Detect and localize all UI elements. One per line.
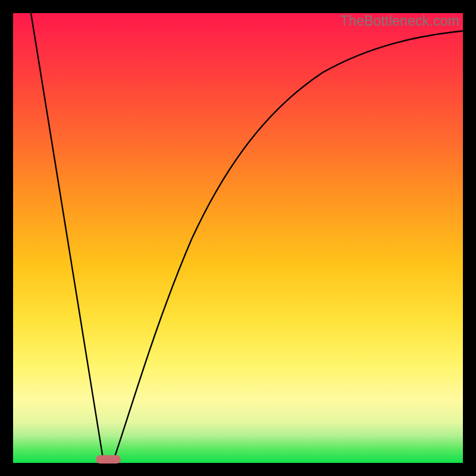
optimal-marker <box>96 455 121 464</box>
bottleneck-curve <box>13 13 463 463</box>
chart-frame: TheBottleneck.com <box>0 0 476 476</box>
chart-plot-area: TheBottleneck.com <box>13 13 463 463</box>
curve-path <box>31 13 463 462</box>
